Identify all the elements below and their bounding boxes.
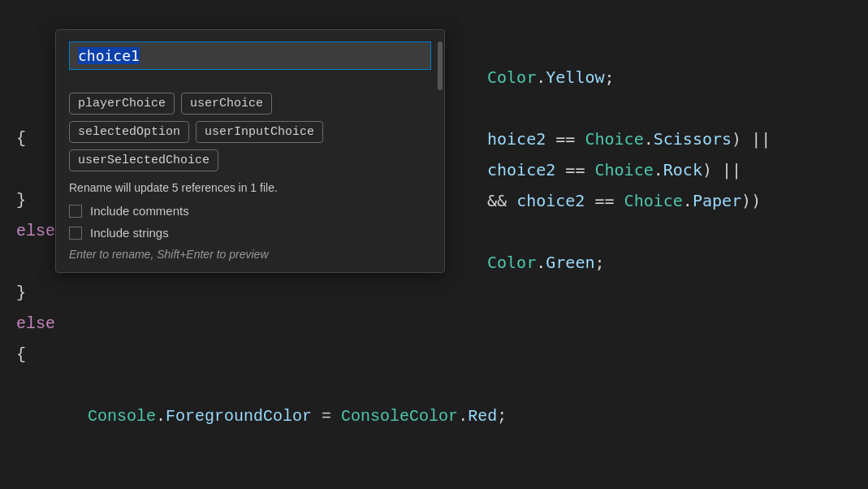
rename-hint: Enter to rename, Shift+Enter to preview	[69, 248, 431, 261]
checkbox-comments[interactable]	[69, 205, 82, 218]
prop-fg: ForegroundColor	[166, 407, 312, 426]
suggestion-userInputChoice[interactable]: userInputChoice	[196, 121, 323, 143]
keyword-else-2: else	[16, 314, 55, 333]
code-line-brace-open-2: {	[0, 340, 868, 370]
popup-scrollbar[interactable]	[438, 41, 443, 90]
code-right-line2: hoice2 == Choice.Scissors) ||	[487, 123, 771, 154]
suggestion-userChoice[interactable]: userChoice	[181, 93, 272, 115]
checkbox-comments-label: Include comments	[90, 204, 189, 218]
class-consolecolor: ConsoleColor	[341, 407, 458, 426]
rename-input-wrapper	[69, 41, 431, 81]
class-console: Console	[88, 407, 156, 426]
suggestion-userSelectedChoice[interactable]: userSelectedChoice	[69, 149, 218, 171]
checkbox-row-comments[interactable]: Include comments	[69, 204, 431, 218]
code-line-console: Console.ForegroundColor = ConsoleColor.R…	[0, 370, 868, 463]
checkbox-strings-label: Include strings	[90, 226, 169, 240]
prop-red: Red	[468, 407, 497, 426]
rename-info: Rename will update 5 references in 1 fil…	[69, 181, 431, 194]
code-right-line4: && choice2 == Choice.Paper))	[487, 185, 771, 216]
suggestions-row-2: selectedOption userInputChoice	[69, 121, 431, 143]
code-right-line1: Color.Yellow;	[487, 0, 771, 93]
checkbox-strings[interactable]	[69, 227, 82, 240]
suggestion-playerChoice[interactable]: playerChoice	[69, 93, 175, 115]
code-right-line3: choice2 == Choice.Rock) ||	[487, 154, 771, 185]
rename-input[interactable]	[69, 41, 431, 70]
code-line-else-2: else	[0, 309, 868, 340]
keyword-else-1: else	[16, 222, 55, 240]
checkbox-row-strings[interactable]: Include strings	[69, 226, 431, 240]
suggestions-row-3: userSelectedChoice	[69, 149, 431, 171]
suggestions-row-1: playerChoice userChoice	[69, 93, 431, 115]
code-right-panel: Color.Yellow; hoice2 == Choice.Scissors)…	[487, 0, 771, 278]
code-right-line5: Color.Green;	[487, 247, 771, 278]
suggestion-selectedOption[interactable]: selectedOption	[69, 121, 189, 143]
code-line-brace-close-2: }	[0, 278, 868, 309]
code-line-return: return "Computer wins!";	[0, 463, 868, 489]
rename-popup: playerChoice userChoice selectedOption u…	[55, 29, 445, 273]
